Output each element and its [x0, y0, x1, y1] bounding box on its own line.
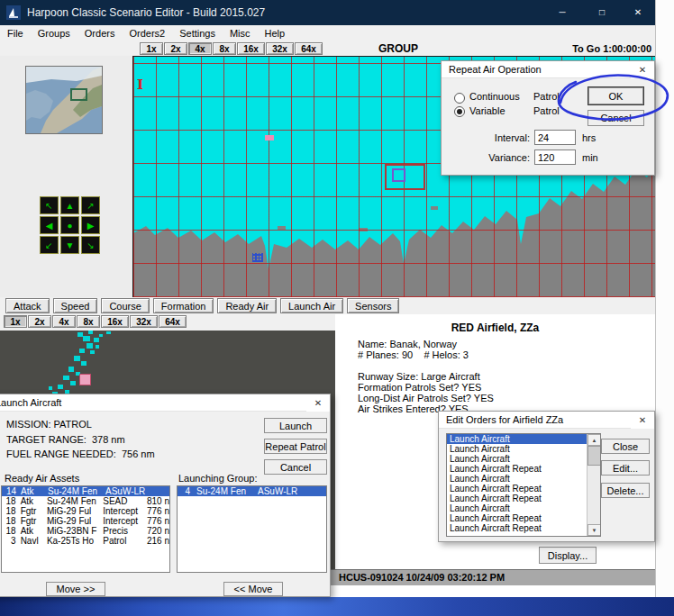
- asset-range: 720 n: [147, 526, 169, 536]
- zoom-button-1x[interactable]: 1x: [140, 42, 163, 55]
- zoom-button-32x[interactable]: 32x: [266, 42, 294, 55]
- orders-list: Launch Aircraft Launch Aircraft Launch A…: [446, 433, 601, 537]
- pan-east-button[interactable]: ▶: [81, 216, 100, 234]
- minimize-button[interactable]: ─: [548, 0, 577, 25]
- ready-asset-row[interactable]: 14 Atk Su-24M Fen ASuW-LR: [2, 486, 169, 496]
- ready-asset-row[interactable]: 18 Atk MiG-23BN F Precis 720 n: [2, 526, 169, 536]
- launch-group-row[interactable]: 4 Su-24M Fen ASuW-LR: [178, 486, 326, 496]
- cancel-button[interactable]: Cancel: [264, 459, 327, 475]
- launch-air-button[interactable]: Launch Air: [280, 298, 343, 313]
- asset-frame: MiG-29 Ful: [47, 506, 103, 516]
- delete-button[interactable]: Delete...: [601, 483, 650, 498]
- zoom2-button-16x[interactable]: 16x: [101, 315, 129, 328]
- overview-minimap[interactable]: [25, 66, 103, 134]
- menu-item-settings[interactable]: Settings: [172, 25, 223, 41]
- zoom2-button-64x[interactable]: 64x: [159, 315, 187, 328]
- zoom-button-16x[interactable]: 16x: [237, 42, 265, 55]
- left-side-panel: ↖ ▲ ↗ ◀ ● ▶ ↙ ▼ ↘: [0, 56, 132, 297]
- speed-button[interactable]: Speed: [53, 298, 98, 313]
- pan-south-button[interactable]: ▼: [60, 236, 79, 254]
- order-item[interactable]: Launch Aircraft Repeat: [447, 523, 587, 533]
- zoom-button-4x[interactable]: 4x: [188, 42, 212, 55]
- zoom2-button-8x[interactable]: 8x: [77, 315, 100, 328]
- continuous-patrol-radio[interactable]: [454, 93, 465, 104]
- launch-button[interactable]: Launch: [264, 418, 327, 433]
- display-button[interactable]: Display...: [539, 547, 597, 564]
- menu-item-help[interactable]: Help: [258, 25, 293, 41]
- asset-qty: 18: [4, 526, 16, 536]
- order-item[interactable]: Launch Aircraft: [447, 434, 587, 444]
- order-item[interactable]: Launch Aircraft Repeat: [447, 484, 587, 494]
- close-icon[interactable]: ✕: [306, 394, 330, 412]
- formation-button[interactable]: Formation: [153, 298, 214, 313]
- zoom-button-8x[interactable]: 8x: [213, 42, 236, 55]
- close-button[interactable]: Close: [601, 439, 650, 454]
- pan-northwest-button[interactable]: ↖: [40, 196, 59, 214]
- menu-bar: File Groups Orders Orders2 Settings Misc…: [0, 25, 655, 41]
- course-button[interactable]: Course: [101, 298, 149, 313]
- edit-orders-dialog: Edit Orders for Airfield ZZa ✕ Launch Ai…: [438, 411, 655, 542]
- asset-qty: 14: [4, 486, 16, 496]
- pan-north-button[interactable]: ▲: [60, 196, 79, 214]
- order-item[interactable]: Launch Aircraft: [447, 503, 587, 513]
- asset-range: 776 n: [147, 506, 169, 516]
- asset-range: 810 n: [147, 496, 169, 506]
- asset-qty: 18: [4, 506, 16, 516]
- ready-asset-row[interactable]: 18 Fgtr MiG-29 Ful Intercept 776 n: [2, 506, 169, 516]
- orders-scrollbar[interactable]: ▲ ▼: [587, 434, 600, 536]
- group-qty: 4: [179, 486, 190, 496]
- asset-mission: Intercept: [103, 506, 147, 516]
- ready-air-button[interactable]: Ready Air: [217, 298, 277, 313]
- zoom2-button-1x[interactable]: 1x: [4, 315, 27, 328]
- menu-item-orders2[interactable]: Orders2: [122, 25, 172, 41]
- cancel-button[interactable]: Cancel: [587, 110, 644, 126]
- pan-northeast-button[interactable]: ↗: [81, 196, 100, 214]
- order-item[interactable]: Launch Aircraft: [447, 474, 587, 484]
- ready-asset-row[interactable]: 18 Atk Su-24M Fen SEAD 810 n: [2, 496, 169, 506]
- close-icon[interactable]: ✕: [631, 412, 654, 429]
- order-item[interactable]: Launch Aircraft Repeat: [447, 494, 587, 503]
- edit-button[interactable]: Edit...: [601, 460, 650, 476]
- interval-input[interactable]: [534, 130, 576, 145]
- attack-button[interactable]: Attack: [5, 298, 50, 313]
- scroll-down-icon[interactable]: ▼: [587, 524, 601, 536]
- order-item[interactable]: Launch Aircraft Repeat: [447, 464, 587, 474]
- variable-patrol-radio[interactable]: [454, 106, 465, 117]
- launching-group-label: Launching Group:: [178, 473, 257, 484]
- menu-item-misc[interactable]: Misc: [223, 25, 258, 41]
- pan-southeast-button[interactable]: ↘: [81, 236, 100, 254]
- zoom-button-64x[interactable]: 64x: [295, 42, 323, 55]
- ready-asset-row[interactable]: 3 Navl Ka-25Ts Ho Patrol 216 n: [2, 536, 169, 546]
- order-item[interactable]: Launch Aircraft: [447, 454, 587, 464]
- menu-item-groups[interactable]: Groups: [31, 25, 77, 41]
- close-window-button[interactable]: ✕: [624, 0, 652, 25]
- menu-item-orders[interactable]: Orders: [77, 25, 123, 41]
- asset-type: Fgtr: [21, 506, 47, 516]
- move-from-group-button[interactable]: << Move: [223, 582, 283, 596]
- move-to-group-button[interactable]: Move >>: [46, 582, 105, 596]
- pan-southwest-button[interactable]: ↙: [40, 236, 59, 254]
- zoom2-button-2x[interactable]: 2x: [28, 315, 51, 328]
- repeat-patrol-button[interactable]: Repeat Patrol: [264, 439, 327, 454]
- order-item[interactable]: Launch Aircraft: [447, 444, 587, 454]
- zoom-button-2x[interactable]: 2x: [164, 42, 187, 55]
- scrollbar-thumb[interactable]: [587, 446, 601, 466]
- asset-qty: 18: [4, 516, 16, 526]
- ok-button[interactable]: OK: [587, 86, 644, 105]
- airfield-counts: # Planes: 90 # Helos: 3: [358, 349, 469, 360]
- secondary-zoom-bar: 1x 2x 4x 8x 16x 32x 64x: [0, 314, 335, 331]
- pan-west-button[interactable]: ◀: [40, 216, 59, 234]
- zoom2-button-32x[interactable]: 32x: [130, 315, 158, 328]
- scroll-up-icon[interactable]: ▲: [587, 434, 601, 446]
- order-item[interactable]: Launch Aircraft Repeat: [447, 513, 587, 523]
- variance-input[interactable]: [534, 149, 576, 165]
- asset-mission: Intercept: [103, 516, 147, 526]
- zoom2-button-4x[interactable]: 4x: [52, 315, 76, 328]
- ready-asset-row[interactable]: 18 Fgtr MiG-29 Ful Intercept 776 n: [2, 516, 169, 526]
- close-icon[interactable]: ✕: [631, 61, 654, 78]
- continuous-label: Continuous: [469, 91, 520, 102]
- sensors-button[interactable]: Sensors: [347, 298, 399, 313]
- menu-item-file[interactable]: File: [0, 25, 31, 41]
- maximize-button[interactable]: □: [587, 0, 616, 25]
- pan-center-button[interactable]: ●: [60, 216, 79, 234]
